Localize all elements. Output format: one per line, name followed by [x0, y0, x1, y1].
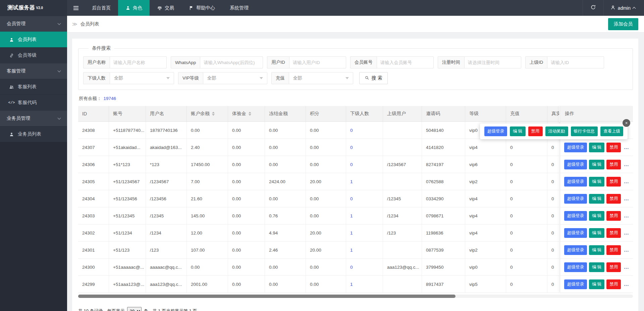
cell-subs-value[interactable]: 0: [350, 265, 353, 270]
edit-button[interactable]: 编 辑: [589, 245, 604, 255]
sort-icon[interactable]: [249, 112, 251, 116]
cell-real: 0: [547, 173, 559, 190]
sidebar-group-0[interactable]: 会员管理: [0, 16, 67, 32]
cell-subs-value[interactable]: 0: [350, 196, 353, 201]
super-login-button[interactable]: 超级登录: [564, 262, 587, 272]
more-actions-button[interactable]: ...: [624, 145, 629, 150]
edit-button[interactable]: 编 辑: [589, 279, 604, 289]
menu-toggle-icon[interactable]: [67, 0, 85, 16]
disable-button[interactable]: 禁用: [606, 194, 621, 204]
cell-subs-value[interactable]: 1: [350, 248, 353, 253]
search-select-value: 全部: [293, 75, 302, 81]
refresh-button[interactable]: [583, 0, 603, 16]
super-login-button[interactable]: 超级登录: [564, 245, 587, 255]
search-select-control-1[interactable]: 全部: [203, 72, 267, 84]
more-actions-button[interactable]: ...: [624, 213, 629, 218]
more-actions-button[interactable]: ...: [624, 230, 629, 236]
cell-id: 24307: [78, 139, 109, 156]
sidebar-group-1[interactable]: 客服管理: [0, 63, 67, 79]
cell-subs-value[interactable]: 0: [350, 162, 353, 167]
cell-subs-value[interactable]: 0: [350, 145, 353, 150]
sidebar-item-2-0[interactable]: 业务员列表: [0, 126, 67, 142]
activity-reward-button[interactable]: 活动奖励: [545, 126, 568, 136]
topnav-item-0[interactable]: 后台首页: [85, 0, 118, 16]
column-header-0: ID: [78, 106, 109, 121]
user-menu[interactable]: admin: [603, 0, 644, 16]
cell-real-value: 0: [551, 265, 554, 270]
edit-button[interactable]: 编 辑: [589, 228, 604, 238]
super-login-button[interactable]: 超级登录: [564, 143, 587, 152]
cell-subs-value[interactable]: 1: [350, 230, 353, 236]
search-field-input-3[interactable]: [377, 56, 434, 68]
cell-parent-value: /1234567: [387, 162, 406, 167]
bank-card-button[interactable]: 银行卡信息: [571, 126, 598, 136]
super-login-button[interactable]: 超级登录: [564, 177, 587, 187]
cell-subs-value[interactable]: 1: [350, 179, 353, 184]
cell-balance-value: 0.00: [191, 265, 200, 270]
topnav-item-2[interactable]: 交易: [150, 0, 181, 16]
disable-button[interactable]: 禁用: [606, 279, 621, 289]
sidebar-item-0-1[interactable]: 会员等级: [0, 47, 67, 63]
search-field-5: 上级ID: [525, 56, 604, 68]
more-actions-button[interactable]: ...: [624, 264, 629, 270]
sidebar-item-1-1[interactable]: </>客服代码: [0, 95, 67, 110]
super-login-button[interactable]: 超级登录: [564, 228, 587, 238]
sidebar-group-2[interactable]: 业务员管理: [0, 110, 67, 126]
cell-subs-value[interactable]: 1: [350, 213, 353, 218]
scrollbar-thumb[interactable]: [78, 295, 455, 298]
cell-recharge: 0: [506, 173, 547, 190]
search-field-input-1[interactable]: [200, 56, 263, 68]
more-actions-button[interactable]: ...: [624, 247, 629, 253]
edit-button[interactable]: 编 辑: [589, 143, 604, 152]
more-actions-button[interactable]: ...: [624, 196, 629, 201]
search-field-input-2[interactable]: [289, 56, 346, 68]
view-parent-button[interactable]: 查看上级: [600, 126, 623, 136]
topnav-item-1[interactable]: 角色: [118, 0, 150, 16]
sidebar-item-0-0[interactable]: 会员列表: [0, 32, 67, 47]
super-login-button[interactable]: 超级登录: [564, 211, 587, 221]
add-member-button[interactable]: 添加会员: [608, 18, 638, 30]
disable-button[interactable]: 禁用: [606, 262, 621, 272]
search-field-input-5[interactable]: [547, 56, 604, 68]
disable-button[interactable]: 禁用: [606, 211, 621, 221]
search-field-input-4[interactable]: [464, 56, 521, 68]
cell-subs-value[interactable]: 0: [350, 128, 353, 133]
search-select-control-0[interactable]: 全部: [110, 72, 174, 84]
sort-icon[interactable]: [212, 112, 215, 116]
disable-button[interactable]: 禁用: [606, 245, 621, 255]
edit-button[interactable]: 编 辑: [589, 194, 604, 204]
edit-button[interactable]: 编 辑: [510, 126, 525, 136]
sidebar-group-title: 客服管理: [7, 68, 25, 74]
disable-button[interactable]: 禁用: [606, 143, 621, 152]
topnav-item-4[interactable]: 系统管理: [222, 0, 256, 16]
cell-invite-value: 0334290: [426, 196, 444, 201]
page-size-select[interactable]: 20: [127, 307, 142, 311]
edit-button[interactable]: 编 辑: [589, 262, 604, 272]
search-field-3: 会员账号: [350, 56, 434, 68]
more-actions-button[interactable]: ...: [624, 179, 629, 184]
sidebar-item-1-0[interactable]: 客服列表: [0, 79, 67, 95]
search-field-input-0[interactable]: [110, 56, 167, 68]
edit-button[interactable]: 编 辑: [589, 211, 604, 221]
topnav-item-3[interactable]: 帮助中心: [181, 0, 222, 16]
disable-button[interactable]: 禁用: [606, 228, 621, 238]
disable-button[interactable]: 禁用: [606, 177, 621, 187]
disable-button[interactable]: 禁用: [528, 126, 543, 136]
cell-subs-value[interactable]: 1: [350, 282, 353, 287]
super-login-button[interactable]: 超级登录: [564, 194, 587, 204]
actions-row-9: 超级登录编 辑禁用...: [560, 276, 633, 293]
total-balance-value[interactable]: 19746: [104, 96, 116, 101]
disable-button[interactable]: 禁用: [606, 160, 621, 169]
cell-level-value: vip2: [469, 179, 478, 184]
close-icon[interactable]: ×: [623, 119, 630, 127]
cell-frozen: 0.00: [265, 276, 306, 293]
search-button[interactable]: 搜 索: [359, 72, 388, 84]
super-login-button[interactable]: 超级登录: [484, 126, 507, 136]
more-actions-button[interactable]: ...: [624, 281, 629, 287]
super-login-button[interactable]: 超级登录: [564, 160, 587, 169]
edit-button[interactable]: 编 辑: [589, 160, 604, 169]
more-actions-button[interactable]: ...: [624, 162, 629, 167]
search-select-control-2[interactable]: 全部: [289, 72, 353, 84]
edit-button[interactable]: 编 辑: [589, 177, 604, 187]
super-login-button[interactable]: 超级登录: [564, 279, 587, 289]
